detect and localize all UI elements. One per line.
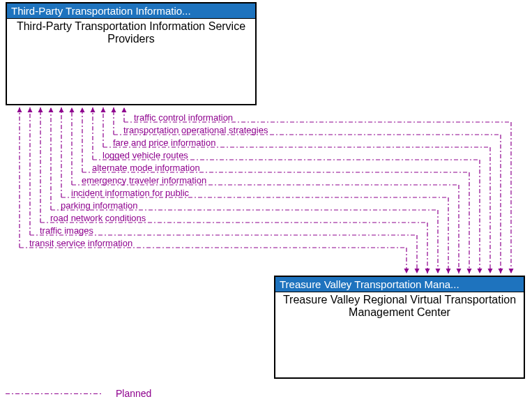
- target-entity-title: Treasure Valley Regional Virtual Transpo…: [275, 292, 524, 321]
- flow-label: road network conditions: [50, 213, 146, 223]
- flow-label: traffic images: [40, 225, 93, 236]
- flow-label: emergency traveler information: [82, 175, 206, 186]
- flow-label: logged vehicle routes: [102, 150, 188, 160]
- source-entity-header: Third-Party Transportation Informatio...: [7, 3, 255, 19]
- flow-label: parking information: [61, 200, 138, 211]
- source-entity-box: Third-Party Transportation Informatio...…: [6, 2, 257, 105]
- target-entity-box: Treasure Valley Transportation Mana... T…: [274, 276, 525, 379]
- legend-line-icon: [6, 393, 103, 394]
- legend-planned-label: Planned: [116, 388, 151, 399]
- flow-label: fare and price information: [113, 137, 215, 148]
- flow-label: incident information for public: [71, 188, 189, 198]
- flow-label: transportation operational strategies: [123, 125, 268, 135]
- source-entity-title: Third-Party Transportation Information S…: [7, 19, 255, 47]
- target-entity-header: Treasure Valley Transportation Mana...: [275, 277, 524, 292]
- flow-label: transit service information: [29, 238, 132, 248]
- flow-label: traffic control information: [134, 112, 233, 123]
- legend: Planned: [6, 388, 151, 399]
- flow-label: alternate mode information: [92, 163, 200, 173]
